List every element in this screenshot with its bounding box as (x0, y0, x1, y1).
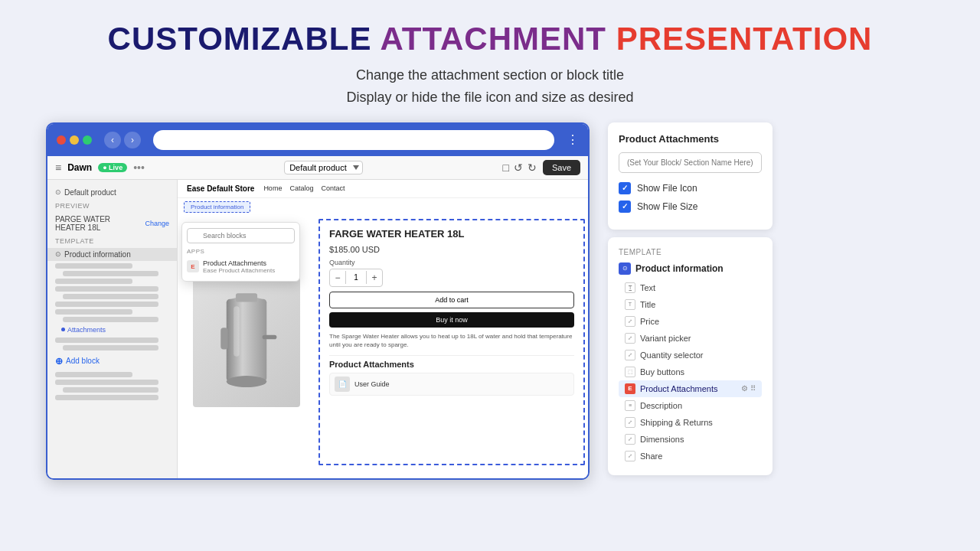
show-icon-row: ✓ Show File Icon (619, 182, 762, 194)
svg-rect-3 (263, 334, 277, 339)
show-size-checkbox[interactable]: ✓ (619, 201, 631, 213)
sidebar-placeholder-8 (63, 317, 158, 322)
template-section-name: Product information (635, 263, 724, 274)
sidebar-template-label: TEMPLATE (47, 234, 177, 248)
product-description: The Sparge Water Heater allows you to he… (329, 332, 574, 349)
sidebar-default-product-label: Default product (64, 188, 116, 197)
template-item-buy-buttons[interactable]: ⬚ Buy buttons (619, 364, 762, 380)
subtitle-line2: Display or hide the file icon and size a… (46, 86, 934, 109)
attachments-title: Product Attachments (329, 355, 574, 369)
undo-icon[interactable]: ↺ (514, 161, 523, 174)
sidebar-product-icon: ⊙ (55, 188, 61, 196)
sidebar-placeholder-10 (63, 345, 158, 350)
editor-icons: □ ↺ ↻ (502, 161, 536, 174)
redo-icon[interactable]: ↻ (528, 161, 537, 174)
buy-now-button[interactable]: Buy it now (329, 312, 574, 328)
sidebar-product-info-label: Product information (64, 250, 131, 259)
browser-menu-icon[interactable]: ⋮ (567, 132, 579, 147)
nav-catalog[interactable]: Catalog (289, 184, 313, 192)
live-badge: ● Live (98, 163, 127, 172)
sidebar-preview-item[interactable]: PARGE WATER HEATER 18L Change (47, 213, 177, 234)
app-icon-e: E (187, 260, 199, 272)
template-item-title[interactable]: T Title (619, 296, 762, 313)
editor-body: ⊙ Default product PREVIEW PARGE WATER HE… (47, 180, 588, 478)
template-item-quantity-selector[interactable]: ⤢ Quantity selector (619, 347, 762, 364)
template-item-share[interactable]: ⤢ Share (619, 448, 762, 465)
variant-picker-label: Variant picker (640, 334, 691, 343)
browser-bar: ‹ › ⋮ (47, 124, 588, 156)
sidebar-placeholder-2 (63, 271, 158, 276)
store-topbar: Ease Default Store Home Catalog Contact (178, 180, 588, 198)
sidebar-dot-indicator (61, 328, 65, 331)
sidebar-default-product[interactable]: ⊙ Default product (47, 186, 177, 199)
save-button[interactable]: Save (543, 160, 580, 175)
product-info-tab: Product information (184, 201, 250, 213)
block-name-input[interactable] (619, 152, 762, 173)
template-item-variant-picker[interactable]: ⤢ Variant picker (619, 330, 762, 347)
attachment-file-icon: 📄 (335, 377, 350, 392)
description-icon: ≡ (625, 400, 635, 411)
quantity-selector-icon: ⤢ (625, 350, 635, 360)
qty-increase-button[interactable]: + (367, 269, 382, 286)
add-block-label: Add block (66, 357, 100, 365)
editor-bar: ≡ Dawn ● Live ••• Default product □ ↺ ↻ … (47, 156, 588, 180)
show-icon-label: Show File Icon (637, 183, 697, 194)
sidebar-placeholder-5 (63, 294, 158, 299)
add-block-icon: ⊕ (55, 356, 63, 367)
template-item-description[interactable]: ≡ Description (619, 397, 762, 414)
price-item-label: Price (640, 317, 659, 326)
nav-contact[interactable]: Contact (321, 184, 345, 192)
template-section-icon: ⊙ (619, 262, 631, 275)
drag-icon[interactable]: ⠿ (750, 384, 756, 393)
show-icon-checkbox[interactable]: ✓ (619, 182, 631, 194)
store-nav: Home Catalog Contact (263, 184, 345, 192)
add-to-cart-button[interactable]: Add to cart (329, 292, 574, 308)
address-bar[interactable] (153, 130, 554, 150)
sidebar-preview-label: PREVIEW (47, 199, 177, 213)
search-blocks-input[interactable] (187, 228, 295, 243)
add-block-button[interactable]: ⊕ Add block (47, 353, 177, 370)
browser-forward-button[interactable]: › (124, 132, 141, 148)
editor-dots[interactable]: ••• (133, 161, 145, 174)
text-item-label: Text (640, 283, 655, 292)
share-label: Share (640, 452, 662, 461)
browser-back-button[interactable]: ‹ (104, 132, 121, 148)
template-item-dimensions[interactable]: ⤢ Dimensions (619, 431, 762, 448)
template-item-price[interactable]: ⤢ Price (619, 313, 762, 330)
app-item-attachments[interactable]: E Product Attachments Ease Product Attac… (187, 257, 295, 276)
template-panel-label: TEMPLATE (619, 248, 762, 256)
sidebar-product-info-item[interactable]: ⊙ Product information (47, 248, 177, 261)
svg-rect-4 (220, 328, 227, 349)
shipping-label: Shipping & Returns (640, 418, 713, 427)
qty-decrease-button[interactable]: − (330, 269, 345, 286)
svg-point-2 (227, 376, 267, 387)
sidebar-highlighted-item[interactable]: Attachments (47, 324, 177, 335)
nav-home[interactable]: Home (263, 184, 282, 192)
sidebar-placeholder-9 (55, 337, 158, 343)
attachment-name: User Guide (354, 380, 390, 388)
dimensions-label: Dimensions (640, 435, 684, 444)
template-select[interactable]: Default product (284, 161, 363, 174)
page-title: CUSTOMIZABLE ATTACHMENT PRESENTATION (46, 21, 934, 57)
product-attachments-label: Product Attachments (640, 384, 718, 393)
page-header: CUSTOMIZABLE ATTACHMENT PRESENTATION Cha… (0, 0, 980, 122)
traffic-light-red[interactable] (57, 135, 66, 145)
browser-nav: ‹ › (104, 132, 141, 148)
attachment-item[interactable]: 📄 User Guide (329, 373, 574, 396)
sidebar-change-link[interactable]: Change (145, 220, 169, 227)
buy-buttons-icon: ⬚ (625, 367, 635, 377)
template-item-actions: ⚙ ⠿ (741, 384, 756, 393)
editor-nav-icon: ≡ (55, 161, 61, 174)
traffic-light-green[interactable] (83, 135, 92, 145)
sidebar-sub-label: Attachments (67, 326, 106, 334)
search-blocks-panel: 🔍 APPS E Product Attachments Ease Produc… (181, 222, 300, 282)
template-item-shipping[interactable]: ⤢ Shipping & Returns (619, 414, 762, 431)
gear-icon[interactable]: ⚙ (741, 384, 748, 393)
template-item-text[interactable]: T̲ Text (619, 279, 762, 296)
traffic-light-yellow[interactable] (70, 135, 79, 145)
template-item-product-attachments[interactable]: E Product Attachments ⚙ ⠿ (619, 380, 762, 397)
app-sub: Ease Product Attachments (203, 267, 275, 274)
store-logo: Ease Default Store (187, 184, 254, 193)
app-name: Product Attachments (203, 259, 275, 267)
device-icon[interactable]: □ (502, 161, 508, 174)
